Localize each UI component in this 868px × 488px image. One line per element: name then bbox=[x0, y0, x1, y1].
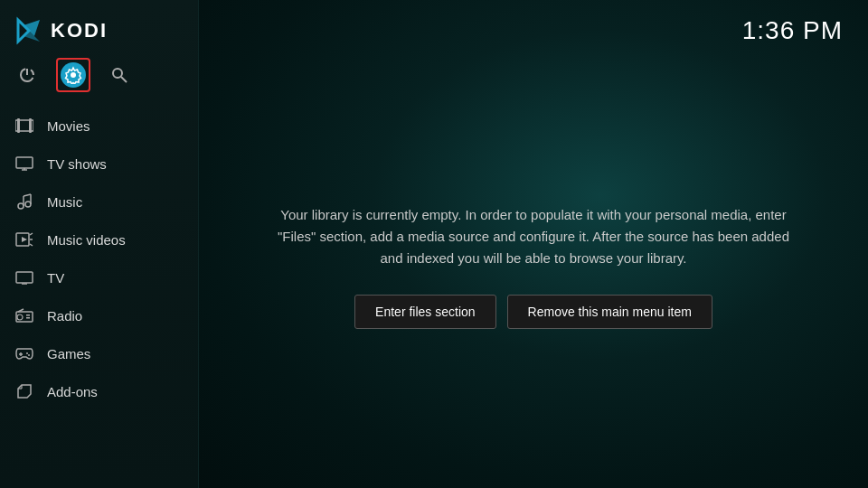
svg-point-33 bbox=[26, 352, 28, 354]
svg-point-34 bbox=[28, 354, 30, 356]
tv-label: TV bbox=[47, 270, 64, 286]
sidebar-header: KODI bbox=[0, 0, 198, 54]
svg-rect-24 bbox=[16, 272, 33, 283]
svg-rect-11 bbox=[16, 157, 33, 168]
tv-icon bbox=[14, 267, 34, 287]
library-message: Your library is currently empty. In orde… bbox=[271, 204, 796, 269]
sidebar-item-games[interactable]: Games bbox=[0, 334, 198, 372]
sidebar-item-music-videos[interactable]: Music videos bbox=[0, 221, 198, 258]
sidebar-item-movies[interactable]: Movies bbox=[0, 107, 198, 145]
svg-line-21 bbox=[30, 233, 33, 235]
svg-rect-30 bbox=[26, 317, 30, 319]
search-button[interactable] bbox=[107, 62, 132, 88]
settings-button[interactable] bbox=[56, 58, 90, 92]
tv-shows-icon bbox=[14, 154, 34, 174]
music-videos-icon bbox=[14, 230, 34, 249]
sidebar-item-music[interactable]: Music bbox=[0, 183, 198, 221]
svg-marker-0 bbox=[18, 20, 29, 42]
svg-line-18 bbox=[24, 194, 31, 196]
sidebar-icons-row bbox=[0, 54, 198, 103]
svg-line-7 bbox=[121, 77, 127, 82]
radio-label: Radio bbox=[47, 308, 82, 324]
search-icon bbox=[110, 66, 128, 84]
add-ons-label: Add-ons bbox=[47, 384, 98, 399]
svg-point-5 bbox=[71, 72, 76, 78]
svg-rect-29 bbox=[26, 314, 30, 316]
movies-label: Movies bbox=[47, 118, 90, 134]
svg-rect-10 bbox=[29, 118, 32, 133]
sidebar-item-tv[interactable]: TV bbox=[0, 258, 198, 296]
content-area: Your library is currently empty. In orde… bbox=[199, 45, 868, 488]
music-label: Music bbox=[47, 194, 82, 210]
app-title: KODI bbox=[51, 19, 108, 42]
remove-menu-item-button[interactable]: Remove this main menu item bbox=[507, 295, 712, 329]
movies-icon bbox=[14, 116, 34, 136]
clock-display: 1:36 PM bbox=[742, 16, 843, 45]
settings-gear-icon bbox=[61, 62, 86, 88]
games-label: Games bbox=[47, 346, 90, 361]
top-bar: 1:36 PM bbox=[199, 0, 868, 45]
sidebar-item-tv-shows[interactable]: TV shows bbox=[0, 145, 198, 183]
svg-marker-20 bbox=[22, 237, 27, 242]
sidebar-item-radio[interactable]: Radio bbox=[0, 296, 198, 334]
radio-icon bbox=[14, 305, 34, 325]
sidebar-item-add-ons[interactable]: Add-ons bbox=[0, 372, 198, 410]
music-videos-label: Music videos bbox=[47, 232, 126, 248]
svg-line-23 bbox=[30, 244, 33, 246]
main-content: 1:36 PM Your library is currently empty.… bbox=[199, 0, 868, 488]
games-icon bbox=[14, 343, 34, 363]
tv-shows-label: TV shows bbox=[47, 156, 107, 172]
main-nav: Movies TV shows Music Music videos bbox=[0, 103, 198, 410]
svg-rect-9 bbox=[17, 118, 20, 133]
action-buttons: Enter files section Remove this main men… bbox=[354, 295, 712, 329]
kodi-logo-icon bbox=[14, 16, 43, 45]
sidebar: KODI bbox=[0, 0, 199, 488]
music-icon bbox=[14, 192, 34, 211]
svg-point-15 bbox=[25, 202, 31, 207]
power-button[interactable] bbox=[14, 62, 40, 88]
svg-point-14 bbox=[18, 203, 24, 209]
enter-files-button[interactable]: Enter files section bbox=[354, 295, 496, 329]
add-ons-icon bbox=[14, 381, 34, 401]
svg-point-6 bbox=[113, 69, 122, 78]
svg-point-28 bbox=[17, 314, 23, 320]
power-icon bbox=[18, 66, 36, 84]
